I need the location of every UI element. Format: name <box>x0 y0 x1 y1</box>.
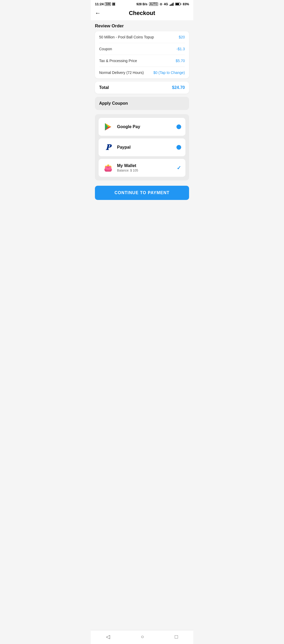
tax-label: Tax & Processing Price <box>99 59 137 63</box>
item-value: $20 <box>179 35 185 39</box>
order-row-tax: Tax & Processing Price $5.70 <box>99 55 185 67</box>
payment-option-paypal[interactable]: 𝐏 Paypal <box>99 138 185 156</box>
header: ← Checkout <box>91 7 193 20</box>
paypal-radio[interactable] <box>176 145 181 150</box>
back-button[interactable]: ← <box>95 10 101 16</box>
wallet-checkmark: ✓ <box>177 165 181 171</box>
carrier-icon: 4G <box>164 2 168 6</box>
googlepay-name: Google Pay <box>117 124 176 129</box>
delivery-value: $0 (Tap to Change) <box>153 71 185 75</box>
nav-recents-button[interactable]: □ <box>175 634 178 640</box>
coupon-label: Apply Coupon <box>99 101 128 105</box>
auto-icon: AUTO <box>149 2 158 6</box>
total-label: Total <box>99 85 109 90</box>
paypal-logo: 𝐏 <box>106 143 110 152</box>
payment-option-googlepay[interactable]: Google Pay <box>99 118 185 136</box>
status-right: 928 B/s AUTO ⊙ 4G 83% <box>136 2 189 6</box>
network-speed: 928 B/s <box>136 2 148 6</box>
review-order-title: Review Order <box>95 23 189 29</box>
wallet-icon: 👛 <box>103 163 113 173</box>
page-title: Checkout <box>129 10 155 17</box>
paypal-icon: 𝐏 <box>103 142 113 153</box>
total-value: $24.70 <box>172 85 185 90</box>
order-row-coupon: Coupon -$1.3 <box>99 43 185 55</box>
googlepay-icon <box>103 122 113 132</box>
signal-bars <box>170 3 174 6</box>
nav-home-button[interactable]: ○ <box>141 634 144 640</box>
status-left: 11:24 SIM 🖼 <box>95 2 115 6</box>
wallet-info: My Wallet Balance: $ 105 <box>117 163 177 172</box>
apply-coupon-section[interactable]: Apply Coupon <box>95 97 189 110</box>
sim-icon: SIM <box>105 2 111 6</box>
order-card: 50 Million - Pool Ball Coins Topup $20 C… <box>95 31 189 78</box>
item-label: 50 Million - Pool Ball Coins Topup <box>99 35 154 39</box>
payment-option-wallet[interactable]: 👛 My Wallet Balance: $ 105 ✓ <box>99 159 185 177</box>
total-card: Total $24.70 <box>95 82 189 94</box>
wallet-balance: Balance: $ 105 <box>117 169 177 172</box>
main-content: Review Order 50 Million - Pool Ball Coin… <box>91 20 193 211</box>
googlepay-radio[interactable] <box>176 124 181 129</box>
battery-indicator <box>175 3 181 6</box>
delivery-label: Normal Delivery (72 Hours) <box>99 71 144 75</box>
continue-payment-button[interactable]: CONTINUE TO PAYMENT <box>95 186 189 200</box>
wallet-name: My Wallet <box>117 163 177 168</box>
image-icon: 🖼 <box>112 2 115 6</box>
order-row-delivery[interactable]: Normal Delivery (72 Hours) $0 (Tap to Ch… <box>99 67 185 78</box>
wallet-emoji: 👛 <box>104 164 112 172</box>
payment-section: Google Pay 𝐏 Paypal 👛 My Wallet Balance:… <box>95 114 189 180</box>
battery-percent: 83% <box>183 2 189 6</box>
tax-value: $5.70 <box>176 59 185 63</box>
coupon-row-label: Coupon <box>99 47 112 51</box>
bottom-nav: ◁ ○ □ <box>91 630 193 644</box>
coupon-row-value: -$1.3 <box>176 47 185 51</box>
time: 11:24 <box>95 2 104 6</box>
paypal-name: Paypal <box>117 145 176 150</box>
order-row-item: 50 Million - Pool Ball Coins Topup $20 <box>99 31 185 43</box>
wifi-icon: ⊙ <box>160 2 162 6</box>
status-bar: 11:24 SIM 🖼 928 B/s AUTO ⊙ 4G 83% <box>91 0 193 7</box>
nav-back-button[interactable]: ◁ <box>106 633 110 640</box>
